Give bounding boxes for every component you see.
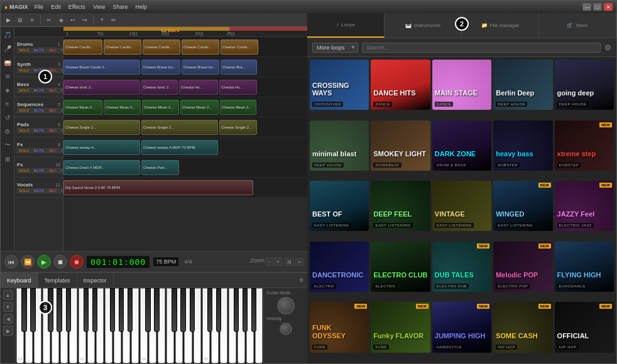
loops-search-input[interactable] xyxy=(362,43,601,53)
black-key-1-0[interactable] xyxy=(84,288,89,332)
clip-seq-3[interactable]: Cheese Mean 2... xyxy=(142,100,179,115)
sidebar-icon-loop[interactable]: ↺ xyxy=(2,112,13,123)
clip-synth-2[interactable]: Cheese Brave Int... xyxy=(141,60,180,75)
zoom-out-button[interactable]: - xyxy=(266,257,273,266)
loop-item-10[interactable]: BEST OFEASY LISTENING xyxy=(310,181,369,231)
back-button[interactable]: ⏪ xyxy=(21,255,35,269)
toolbar-icon-6[interactable]: ↩ xyxy=(68,15,78,25)
clip-fx2-2[interactable]: Cheese Part... xyxy=(141,160,179,175)
tab-file-manager[interactable]: 📁 File manager xyxy=(462,13,539,38)
black-key-1-5[interactable] xyxy=(128,288,133,332)
sidebar-icon-wave[interactable]: 〜 xyxy=(2,139,13,151)
toolbar-icon-7[interactable]: ↪ xyxy=(80,15,90,25)
record-button[interactable]: ⏺ xyxy=(70,255,84,269)
loop-item-15[interactable]: DANCETRONICELECTRO xyxy=(310,242,369,292)
clip-drums-2[interactable]: Cheese Combi... xyxy=(104,40,141,55)
tab-instruments[interactable]: 🎹 Instruments xyxy=(385,13,462,38)
black-key-3-3[interactable] xyxy=(234,288,239,332)
tab-store[interactable]: 🛒 Store xyxy=(539,13,616,38)
rewind-button[interactable]: ⏮ xyxy=(4,255,18,269)
loop-item-0[interactable]: CROSSING WAYSCROSSOVER xyxy=(310,60,369,110)
loop-item-23[interactable]: SOME CASHHIP HOPNEW xyxy=(493,302,552,352)
clip-bass-3[interactable]: Checka Ho... xyxy=(179,80,218,95)
black-key-3-1[interactable] xyxy=(216,288,221,332)
clip-bass-4[interactable]: Checka Ho... xyxy=(219,80,257,95)
clip-drums-4[interactable]: Cheese Combi... xyxy=(182,40,219,55)
black-key-3-0[interactable] xyxy=(207,288,212,332)
loop-item-11[interactable]: DEEP FEELEASY LISTENING xyxy=(371,181,430,231)
black-key-3-5[interactable] xyxy=(251,288,256,332)
clip-fx1-1[interactable]: Cheese sweep A... xyxy=(63,140,140,155)
loop-item-3[interactable]: Berlin DeepDEEP HOUSE xyxy=(493,60,552,110)
clip-seq-5[interactable]: Cheese Mean 2... xyxy=(220,100,256,115)
clip-fx1-2[interactable]: Cheese sweep A MDP 70 BPM xyxy=(141,140,218,155)
sidebar-icon-audio[interactable]: 🎤 xyxy=(2,43,13,54)
sidebar-icon-eq[interactable]: ≡ xyxy=(2,98,13,109)
toolbar-icon-8[interactable]: ⌖ xyxy=(97,15,107,25)
loop-item-24[interactable]: OFFICIALHIP HOPNEW xyxy=(555,302,614,352)
kb-knob-2[interactable] xyxy=(280,323,292,335)
black-key-0-0[interactable] xyxy=(21,288,26,332)
keyboard-settings-icon[interactable]: ⚙ xyxy=(299,277,303,283)
loop-item-12[interactable]: VINTAGEEASY LISTENING xyxy=(432,181,491,231)
loop-item-5[interactable]: minimal blastDEEP HOUSE xyxy=(310,120,369,171)
black-key-3-4[interactable] xyxy=(243,288,248,332)
kb-right-button[interactable]: ▶ xyxy=(3,326,13,336)
black-key-0-5[interactable] xyxy=(66,288,71,332)
loop-item-2[interactable]: MAIN STAGEDANCE xyxy=(432,60,491,110)
close-button[interactable]: ✕ xyxy=(604,3,613,11)
loop-item-13[interactable]: WINGEDEASY LISTENINGNEW xyxy=(493,181,552,231)
clip-synth-4[interactable]: Cheese Bra... xyxy=(221,60,257,75)
toolbar-icon-9[interactable]: ✏ xyxy=(109,15,119,25)
menu-edit[interactable]: Edit xyxy=(51,4,61,10)
toolbar-icon-5[interactable]: ◈ xyxy=(56,15,66,25)
clip-synth-3[interactable]: Cheese Brave Int... xyxy=(182,60,219,75)
loop-item-20[interactable]: FUNK ODYSSEYFUNKNEW xyxy=(310,302,369,352)
pattern-btn-1[interactable]: ⊞ xyxy=(285,258,294,266)
sidebar-icon-midi[interactable]: 🎵 xyxy=(2,29,13,40)
tab-inspector[interactable]: Inspector xyxy=(77,273,114,287)
clip-drums-5[interactable]: Cheese Combi... xyxy=(221,40,258,55)
loop-item-16[interactable]: ELECTRO CLUBELECTRO xyxy=(371,242,430,292)
clip-fx2-1[interactable]: Cheese Down 4 MDP... xyxy=(63,160,140,175)
loop-item-9[interactable]: xtreme stepDUBSTEPNEW xyxy=(555,120,614,171)
clip-pads-3[interactable]: Cheese Single 2... xyxy=(219,120,257,135)
loop-item-21[interactable]: Funky FLAVORFUNKNEW xyxy=(371,302,430,352)
stop-button[interactable]: ⏹ xyxy=(53,255,67,269)
clip-seq-1[interactable]: Cheese Mean 2... xyxy=(63,100,102,115)
clip-pads-2[interactable]: Cheese Single 2... xyxy=(141,120,218,135)
loop-item-4[interactable]: going deepDEEP HOUSE xyxy=(555,60,614,110)
toolbar-icon-3[interactable]: ≡ xyxy=(27,15,37,25)
loop-item-14[interactable]: JAZZY FeelELECTRIC JAZZNEW xyxy=(555,181,614,231)
menu-effects[interactable]: Effects xyxy=(68,4,85,10)
clip-drums-3[interactable]: Cheese Combi... xyxy=(143,40,180,55)
sidebar-icon-drum[interactable]: 🥁 xyxy=(2,56,13,68)
menu-help[interactable]: Help xyxy=(135,4,147,10)
black-key-2-5[interactable] xyxy=(190,288,195,332)
pattern-btn-2[interactable]: ≡ xyxy=(295,258,303,266)
clip-bass-2[interactable]: Cheese Ionic 2... xyxy=(141,80,178,95)
tab-keyboard[interactable]: Keyboard xyxy=(1,273,38,287)
kb-left-button[interactable]: ◀ xyxy=(3,314,13,324)
loop-item-22[interactable]: JUMPING HIGHHARDSTYLENEW xyxy=(432,302,491,352)
black-key-0-1[interactable] xyxy=(30,288,35,332)
loop-item-8[interactable]: heavy bassDUBSTEP xyxy=(493,120,552,171)
tab-templates[interactable]: Templates xyxy=(38,273,77,287)
black-key-2-0[interactable] xyxy=(145,288,150,332)
black-key-2-3[interactable] xyxy=(172,288,177,332)
loops-dropdown[interactable]: More loops xyxy=(312,43,358,53)
menu-view[interactable]: View xyxy=(93,4,105,10)
toolbar-icon-1[interactable]: ▶ xyxy=(3,15,13,25)
maximize-button[interactable]: □ xyxy=(593,3,602,11)
loop-item-7[interactable]: DARK ZONEDRUM & BASS xyxy=(432,120,491,171)
clip-seq-2[interactable]: Cheese Mean 2... xyxy=(104,100,141,115)
tab-loops[interactable]: ♪ Loops xyxy=(307,13,385,38)
minimize-button[interactable]: — xyxy=(582,3,591,11)
kb-up-button[interactable]: ▲ xyxy=(3,290,13,300)
clip-pads-1[interactable]: Cheese Single 2... xyxy=(63,120,140,135)
clip-seq-4[interactable]: Cheese Mean 2... xyxy=(180,100,219,115)
toolbar-icon-4[interactable]: ✂ xyxy=(44,15,54,25)
sidebar-icon-mixer[interactable]: ⊞ xyxy=(2,153,13,164)
sidebar-icon-settings[interactable]: ⚙ xyxy=(2,126,13,137)
sidebar-icon-synth[interactable]: ◈ xyxy=(2,84,13,95)
